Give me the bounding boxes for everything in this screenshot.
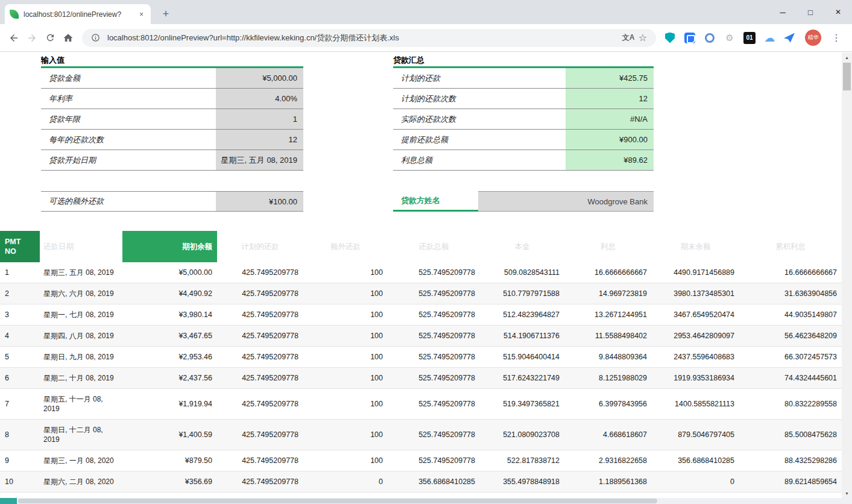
pmt-no-cell: 1 bbox=[0, 268, 40, 277]
extra-payment-cell: 100 bbox=[303, 374, 388, 382]
minimize-button[interactable]: ─ bbox=[769, 0, 797, 24]
payment-date-cell: 星期六, 二月 08, 2020 bbox=[40, 471, 122, 492]
total-payment-cell: 525.7495209778 bbox=[388, 400, 480, 408]
scheduled-payment-cell: 425.7495209778 bbox=[217, 430, 303, 439]
extra-payment-cell: 100 bbox=[303, 310, 388, 319]
header-extra-payment: 额外还款 bbox=[303, 231, 388, 262]
table-row: 1 星期三, 五月 08, 2019 ¥5,000.00 425.7495209… bbox=[0, 262, 842, 283]
table-row: 3 星期一, 七月 08, 2019 ¥3,980.14 425.7495209… bbox=[0, 304, 842, 326]
scroll-up-arrow-icon[interactable]: ▲ bbox=[842, 52, 852, 62]
pmt-no-cell: 6 bbox=[0, 374, 40, 382]
extra-payment-cell: 100 bbox=[303, 289, 388, 298]
beginning-balance-cell: ¥1,400.59 bbox=[122, 430, 217, 439]
vertical-scrollbar[interactable]: ▲ ▼ bbox=[842, 52, 852, 498]
principal-cell: 521.0809023708 bbox=[480, 430, 564, 439]
principal-cell: 355.4978848918 bbox=[480, 477, 564, 486]
reload-icon bbox=[45, 33, 55, 43]
extra-payment-cell: 100 bbox=[303, 456, 388, 465]
maximize-button[interactable]: □ bbox=[797, 0, 824, 24]
home-button[interactable] bbox=[59, 29, 77, 47]
pmt-no-cell: 4 bbox=[0, 332, 40, 340]
ending-balance-cell: 0 bbox=[652, 477, 739, 486]
url-text[interactable]: localhost:8012/onlinePreview?url=http://… bbox=[107, 33, 621, 43]
scheduled-payment-cell: 425.7495209778 bbox=[217, 310, 303, 319]
reload-button[interactable] bbox=[41, 29, 59, 47]
badge-01-extension-icon[interactable]: 01 bbox=[743, 31, 756, 45]
loan-summary-section: 贷款汇总 计划的还款 ¥425.75 计划的还款次数 12 实际的还款次数 #N… bbox=[393, 55, 654, 212]
table-row: 10 星期六, 二月 08, 2020 ¥356.69 425.74952097… bbox=[0, 471, 842, 493]
translate-icon[interactable]: 文A bbox=[621, 31, 636, 45]
browser-tab[interactable]: localhost:8012/onlinePreview? × bbox=[5, 4, 151, 24]
pmt-no-cell: 2 bbox=[0, 289, 40, 298]
cloud-extension-icon[interactable]: ☁ bbox=[763, 31, 776, 45]
summary-row-total-interest: 利息总额 ¥89.62 bbox=[393, 150, 654, 171]
ending-balance-cell: 4490.9171456889 bbox=[652, 268, 739, 277]
interest-cell: 11.5588498402 bbox=[564, 332, 652, 340]
browser-titlebar: localhost:8012/onlinePreview? × + ─ □ ✕ bbox=[0, 0, 852, 24]
bookmark-star-icon[interactable]: ☆ bbox=[636, 31, 650, 45]
blue-bird-extension-icon[interactable] bbox=[783, 31, 796, 45]
total-payment-cell: 525.7495209778 bbox=[388, 310, 480, 319]
cumulative-interest-cell: 44.9035149807 bbox=[739, 310, 842, 319]
header-scheduled-payment: 计划的还款 bbox=[217, 231, 303, 262]
extra-payment-cell: 0 bbox=[303, 477, 388, 486]
interest-cell: 16.6666666667 bbox=[564, 268, 652, 277]
close-button[interactable]: ✕ bbox=[824, 0, 852, 24]
horizontal-scrollbar[interactable] bbox=[0, 498, 852, 504]
principal-cell: 522.817838712 bbox=[480, 456, 564, 465]
scheduled-payment-cell: 425.7495209778 bbox=[217, 353, 303, 361]
kkfileview-favicon-leaf-icon bbox=[10, 10, 19, 19]
tab-close-icon[interactable]: × bbox=[137, 9, 146, 20]
beginning-balance-cell: ¥356.69 bbox=[122, 477, 217, 486]
back-arrow-icon bbox=[8, 33, 19, 43]
summary-section-title: 贷款汇总 bbox=[393, 55, 654, 66]
principal-cell: 510.7797971588 bbox=[480, 289, 564, 298]
summary-section-gap bbox=[393, 171, 654, 191]
browser-menu-icon[interactable]: ⋮ bbox=[829, 32, 844, 43]
scheduled-payment-cell: 425.7495209778 bbox=[217, 400, 303, 408]
amortization-table-header: PMT NO 还款日期 期初余额 计划的还款 额外还款 还款总额 本金 利息 期… bbox=[0, 231, 842, 262]
scroll-down-arrow-icon[interactable]: ▼ bbox=[842, 488, 852, 498]
cumulative-interest-cell: 56.4623648209 bbox=[739, 332, 842, 340]
input-values-section: 输入值 贷款金额 ¥5,000.00 年利率 4.00% 贷款年限 1 每年的还… bbox=[41, 55, 303, 212]
interest-cell: 4.668618607 bbox=[564, 430, 652, 439]
table-row: 8 星期日, 十二月 08, 2019 ¥1,400.59 425.749520… bbox=[0, 420, 842, 450]
blue-square-extension-icon[interactable] bbox=[683, 31, 696, 45]
tab-title: localhost:8012/onlinePreview? bbox=[24, 10, 132, 19]
horizontal-scrollbar-thumb[interactable] bbox=[18, 499, 657, 503]
forward-arrow-icon bbox=[27, 33, 37, 43]
amortization-table-body: 1 星期三, 五月 08, 2019 ¥5,000.00 425.7495209… bbox=[0, 262, 842, 493]
cumulative-interest-cell: 16.6666666667 bbox=[739, 268, 842, 277]
browser-toolbar: localhost:8012/onlinePreview?url=http://… bbox=[0, 24, 852, 52]
vertical-scrollbar-thumb[interactable] bbox=[843, 63, 851, 90]
table-row: 7 星期五, 十一月 08, 2019 ¥1,919.94 425.749520… bbox=[0, 389, 842, 420]
shield-extension-icon[interactable] bbox=[663, 31, 677, 45]
pmt-no-cell: 10 bbox=[0, 477, 40, 486]
cumulative-interest-cell: 88.4325298286 bbox=[739, 456, 842, 465]
total-payment-cell: 525.7495209778 bbox=[388, 289, 480, 298]
forward-button[interactable] bbox=[23, 29, 41, 47]
payment-date-cell: 星期一, 七月 08, 2019 bbox=[40, 304, 122, 325]
new-tab-button[interactable]: + bbox=[158, 6, 174, 22]
gray-extension-icon[interactable]: ⚙ bbox=[723, 31, 736, 45]
back-button[interactable] bbox=[5, 29, 23, 47]
header-pmt-no: PMT NO bbox=[0, 231, 40, 262]
header-payment-date: 还款日期 bbox=[40, 231, 122, 262]
header-ending-balance: 期末余额 bbox=[652, 231, 739, 262]
ending-balance-cell: 3980.1373485301 bbox=[652, 289, 739, 298]
payment-date-cell: 星期日, 十二月 08, 2019 bbox=[40, 420, 122, 450]
address-bar[interactable]: localhost:8012/onlinePreview?url=http://… bbox=[82, 29, 656, 47]
profile-avatar[interactable]: 精华 bbox=[805, 30, 821, 46]
pmt-no-cell: 5 bbox=[0, 353, 40, 361]
principal-cell: 517.6243221749 bbox=[480, 374, 564, 382]
total-payment-cell: 525.7495209778 bbox=[388, 268, 480, 277]
beginning-balance-cell: ¥1,919.94 bbox=[122, 400, 217, 408]
scheduled-payment-cell: 425.7495209778 bbox=[217, 332, 303, 340]
table-row: 5 星期日, 九月 08, 2019 ¥2,953.46 425.7495209… bbox=[0, 347, 842, 368]
payment-date-cell: 星期三, 五月 08, 2019 bbox=[40, 262, 122, 283]
page-info-icon[interactable] bbox=[88, 31, 103, 45]
ring-extension-icon[interactable] bbox=[703, 31, 716, 45]
cumulative-interest-cell: 80.8322289558 bbox=[739, 400, 842, 408]
input-section-title: 输入值 bbox=[41, 55, 303, 66]
cumulative-interest-cell: 89.6214859654 bbox=[739, 477, 842, 486]
